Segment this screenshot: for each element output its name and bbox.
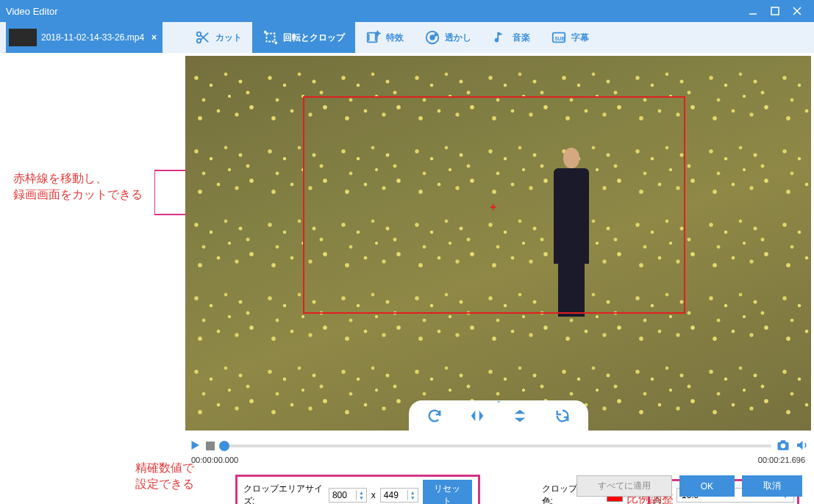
crop-width-field[interactable] — [329, 489, 356, 502]
width-up-icon[interactable]: ▲ — [357, 490, 366, 495]
file-thumbnail — [9, 29, 37, 46]
stop-button[interactable] — [206, 442, 215, 450]
reset-button[interactable]: リセット — [423, 480, 472, 504]
sidebar: 赤枠線を移動し、 録画画面をカットできる — [0, 53, 182, 464]
timeline-track[interactable] — [219, 444, 771, 447]
snapshot-button[interactable] — [776, 438, 790, 455]
crop-height-field[interactable] — [381, 489, 407, 502]
crop-icon — [263, 29, 279, 46]
preview-area: + ⌄ 00:00:00.000 00:00:21.696 — [182, 53, 814, 464]
file-close-icon[interactable]: × — [151, 32, 157, 43]
transform-toolbar: ⌄ — [409, 400, 588, 431]
file-tab[interactable]: 2018-11-02-14-33-26.mp4 × — [6, 22, 163, 53]
scissors-icon — [195, 29, 211, 46]
tab-music-label: 音楽 — [513, 32, 530, 44]
crop-size-group: クロップエリアサイズ: ▲▼ x ▲▼ リセット — [235, 475, 480, 504]
app-title: Video Editor — [6, 6, 742, 17]
titlebar: Video Editor — [0, 0, 814, 22]
tab-music[interactable]: 音楽 — [482, 22, 540, 53]
toolbar: 2018-11-02-14-33-26.mp4 × カット 回転とクロップ 特效… — [0, 22, 814, 53]
svg-rect-1 — [771, 7, 779, 15]
collapse-toggle-icon[interactable]: ⌄ — [496, 396, 501, 404]
flip-vertical-button[interactable] — [512, 408, 528, 426]
close-button[interactable] — [786, 0, 808, 22]
height-up-icon[interactable]: ▲ — [408, 490, 418, 495]
tab-subtitle[interactable]: SUB 字幕 — [540, 22, 599, 53]
tab-cut-label: カット — [215, 32, 242, 44]
tab-cut[interactable]: カット — [185, 22, 252, 53]
flip-horizontal-button[interactable] — [469, 408, 485, 426]
svg-text:SUB: SUB — [555, 36, 565, 41]
music-note-icon — [492, 29, 508, 46]
maximize-button[interactable] — [764, 0, 786, 22]
subtitle-icon: SUB — [551, 29, 567, 46]
svg-rect-18 — [781, 440, 786, 442]
watermark-icon — [424, 29, 440, 46]
tab-watermark-label: 透かし — [445, 32, 471, 44]
crop-height-input[interactable]: ▲▼ — [380, 488, 418, 503]
minimize-button[interactable] — [742, 0, 764, 22]
tab-rotate-crop-label: 回転とクロップ — [283, 32, 345, 44]
file-name: 2018-11-02-14-33-26.mp4 — [41, 32, 144, 43]
tab-watermark[interactable]: 透かし — [414, 22, 482, 53]
reset-transform-button[interactable] — [554, 408, 571, 426]
apply-all-button[interactable]: すべてに適用 — [576, 475, 672, 497]
width-down-icon[interactable]: ▼ — [357, 495, 366, 500]
video-preview[interactable]: + ⌄ — [185, 56, 811, 431]
annotation-exact-values: 精確数値で 設定できる — [135, 460, 194, 492]
svg-point-12 — [435, 34, 437, 36]
time-total: 00:00:21.696 — [746, 456, 805, 464]
tab-subtitle-label: 字幕 — [571, 32, 589, 44]
crop-size-sep: x — [371, 490, 376, 500]
crop-size-label: クロップエリアサイズ: — [243, 483, 324, 504]
svg-point-11 — [430, 35, 435, 40]
tab-effect-label: 特效 — [386, 32, 404, 44]
height-down-icon[interactable]: ▼ — [408, 495, 418, 500]
svg-point-17 — [781, 443, 786, 448]
tab-rotate-crop[interactable]: 回転とクロップ — [252, 22, 355, 53]
timeline-thumb[interactable] — [219, 441, 229, 451]
rotate-cw-button[interactable] — [426, 408, 443, 426]
tab-effect[interactable]: 特效 — [355, 22, 414, 53]
timeline — [182, 433, 814, 458]
cancel-button[interactable]: 取消 — [742, 475, 802, 497]
crop-center-marker: + — [490, 201, 496, 214]
crop-width-input[interactable]: ▲▼ — [329, 488, 367, 503]
svg-rect-8 — [267, 34, 275, 42]
annotation-move-crop: 赤枠線を移動し、 録画画面をカットできる — [13, 170, 143, 204]
play-button[interactable] — [188, 439, 201, 454]
time-current: 00:00:00.000 — [191, 456, 250, 464]
footer-buttons: すべてに適用 OK 取消 — [576, 475, 802, 497]
volume-button[interactable] — [795, 439, 808, 454]
ok-button[interactable]: OK — [679, 475, 735, 497]
sparkle-icon — [365, 29, 382, 46]
